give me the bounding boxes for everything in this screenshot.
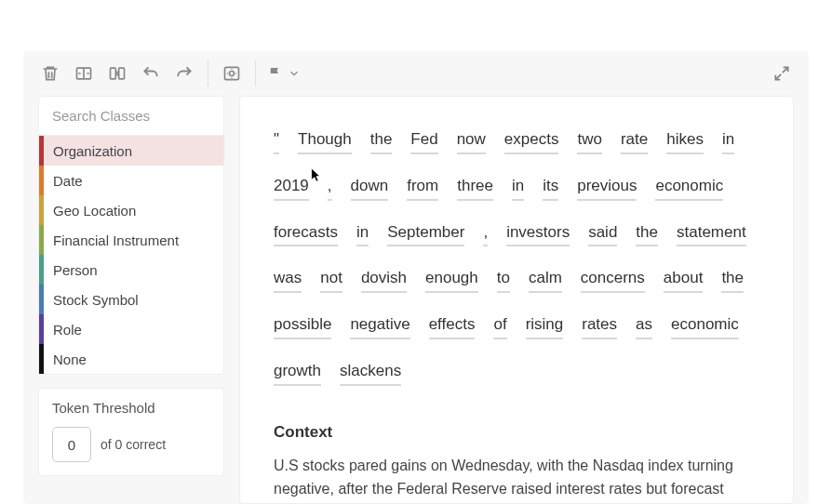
threshold-row: of 0 correct [52,427,210,462]
token[interactable]: about [664,267,704,293]
svg-rect-1 [111,68,116,79]
text-source-button[interactable] [216,58,248,89]
token[interactable]: previous [577,175,637,201]
split-vertical-button[interactable] [101,58,133,89]
class-label: Date [44,173,83,189]
token[interactable]: rate [621,128,648,154]
token[interactable]: was [274,267,302,293]
token[interactable]: economic [655,175,723,201]
token[interactable]: the [370,128,393,154]
token[interactable]: in [356,221,369,247]
class-label: None [44,351,87,367]
split-horizontal-button[interactable] [68,58,100,89]
classes-panel: Search Classes OrganizationDateGeo Locat… [38,96,224,375]
token[interactable]: , [483,221,488,247]
trash-icon [41,64,60,83]
expand-button[interactable] [766,58,798,89]
token[interactable]: slackens [340,360,401,386]
token[interactable]: possible [274,313,331,339]
token[interactable]: concerns [581,267,645,293]
token[interactable]: Fed [410,128,437,154]
class-label: Stock Symbol [44,292,139,308]
threshold-title: Token Threshold [52,400,210,416]
context-body: U.S stocks pared gains on Wednesday, wit… [274,455,759,504]
token[interactable]: economic [671,313,739,339]
class-label: Financial Instrument [44,232,179,248]
toolbar-separator [255,60,256,86]
token[interactable]: of [493,313,506,339]
threshold-input[interactable] [52,427,91,462]
undo-icon [141,64,160,83]
token-area: "ThoughtheFednowexpectstworatehikesin201… [274,128,759,386]
class-item-person[interactable]: Person [39,255,223,285]
token[interactable]: down [351,175,389,201]
class-label: Role [44,322,82,338]
token[interactable]: dovish [361,267,407,293]
token[interactable]: enough [425,267,478,293]
token[interactable]: from [407,175,438,201]
split-vertical-icon [108,64,127,83]
token[interactable]: hikes [666,128,704,154]
class-item-role[interactable]: Role [39,314,223,344]
sidebar: Search Classes OrganizationDateGeo Locat… [38,96,224,504]
token[interactable]: the [721,267,744,293]
flag-dropdown[interactable] [263,58,304,89]
token[interactable]: expects [504,128,559,154]
toolbar-separator [208,60,208,86]
token[interactable]: Though [298,128,352,154]
redo-button[interactable] [168,58,200,89]
body: Search Classes OrganizationDateGeo Locat… [23,96,809,504]
flag-icon [267,65,284,82]
search-classes-header[interactable]: Search Classes [39,97,223,136]
svg-rect-2 [119,68,125,79]
token[interactable]: said [588,221,617,247]
token[interactable]: " [274,128,279,154]
threshold-suffix: of 0 correct [101,437,166,452]
token[interactable]: the [636,221,658,247]
token[interactable]: , [328,175,332,201]
token[interactable]: as [636,313,652,339]
token[interactable]: rates [582,313,617,339]
token[interactable]: its [543,175,558,201]
token[interactable]: to [497,267,510,293]
class-item-none[interactable]: None [39,344,223,374]
main-panel: "ThoughtheFednowexpectstworatehikesin201… [239,96,794,504]
class-list: OrganizationDateGeo LocationFinancial In… [39,136,223,374]
class-item-organization[interactable]: Organization [39,136,223,166]
expand-icon [772,64,791,83]
trash-button[interactable] [34,58,66,89]
chevron-down-icon [288,67,301,80]
class-item-financial-instrument[interactable]: Financial Instrument [39,225,223,255]
token[interactable]: September [387,221,464,247]
app-frame: Search Classes OrganizationDateGeo Locat… [23,51,809,504]
redo-icon [175,64,194,83]
token[interactable]: two [577,128,601,154]
token[interactable]: statement [677,221,746,247]
context-title: Context [274,423,759,442]
token[interactable]: not [320,267,342,293]
text-icon [222,64,241,83]
token[interactable]: effects [429,313,476,339]
token[interactable]: investors [506,221,570,247]
token[interactable]: in [512,175,524,201]
token[interactable]: 2019 [274,175,309,201]
class-item-stock-symbol[interactable]: Stock Symbol [39,285,223,314]
split-horizontal-icon [74,64,93,83]
token[interactable]: now [457,128,486,154]
token[interactable]: negative [350,313,409,339]
threshold-panel: Token Threshold of 0 correct [38,388,224,476]
token[interactable]: rising [526,313,564,339]
class-item-geo-location[interactable]: Geo Location [39,195,223,225]
token[interactable]: growth [274,360,321,386]
svg-point-4 [230,72,235,76]
undo-button[interactable] [135,58,167,89]
class-label: Organization [44,143,132,159]
token[interactable]: calm [529,267,562,293]
class-label: Geo Location [44,203,136,219]
token[interactable]: forecasts [274,221,338,247]
token[interactable]: three [457,175,493,201]
toolbar [23,51,809,96]
class-item-date[interactable]: Date [39,166,223,195]
class-label: Person [44,262,98,278]
token[interactable]: in [722,128,734,154]
